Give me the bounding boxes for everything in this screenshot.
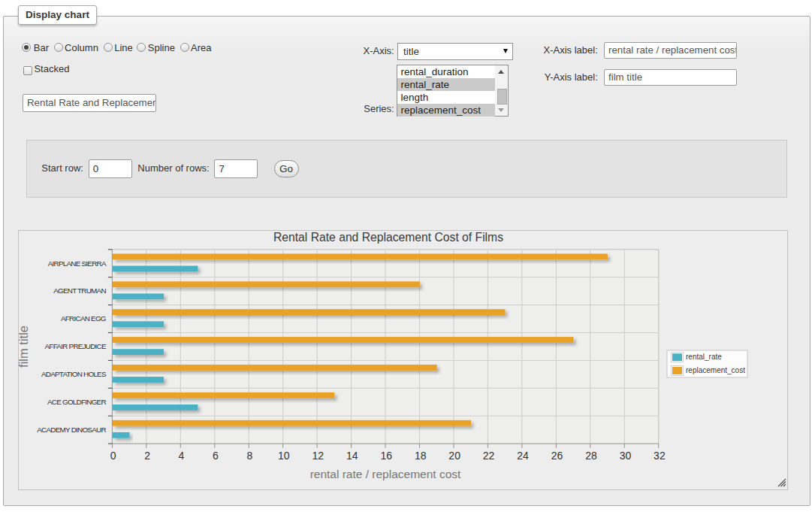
svg-text:AGENT TRUMAN: AGENT TRUMAN bbox=[53, 286, 106, 295]
svg-text:32: 32 bbox=[654, 450, 666, 462]
svg-text:26: 26 bbox=[551, 450, 563, 462]
svg-text:28: 28 bbox=[585, 450, 597, 462]
svg-text:ADAPTATION HOLES: ADAPTATION HOLES bbox=[41, 370, 107, 378]
svg-text:30: 30 bbox=[620, 450, 632, 462]
svg-text:22: 22 bbox=[483, 450, 495, 462]
svg-text:12: 12 bbox=[312, 450, 324, 462]
svg-text:10: 10 bbox=[278, 450, 290, 462]
svg-text:16: 16 bbox=[380, 450, 392, 462]
svg-text:4: 4 bbox=[179, 450, 185, 462]
svg-text:rental_rate: rental_rate bbox=[686, 353, 722, 361]
svg-text:0: 0 bbox=[110, 450, 116, 462]
svg-text:Rental Rate and Replacement Co: Rental Rate and Replacement Cost of Film… bbox=[273, 231, 503, 244]
svg-text:film title: film title bbox=[19, 326, 30, 368]
svg-text:2: 2 bbox=[144, 450, 150, 462]
svg-text:8: 8 bbox=[247, 450, 253, 462]
svg-text:20: 20 bbox=[448, 450, 460, 462]
svg-text:ACADEMY DINOSAUR: ACADEMY DINOSAUR bbox=[37, 426, 106, 434]
svg-text:ACE GOLDFINGER: ACE GOLDFINGER bbox=[47, 398, 106, 406]
svg-text:AFFAIR PREJUDICE: AFFAIR PREJUDICE bbox=[45, 342, 107, 350]
svg-text:rental rate / replacement cost: rental rate / replacement cost bbox=[310, 468, 461, 480]
svg-text:6: 6 bbox=[213, 450, 219, 462]
svg-text:replacement_cost: replacement_cost bbox=[686, 366, 745, 374]
svg-text:18: 18 bbox=[415, 450, 427, 462]
svg-text:AFRICAN EGG: AFRICAN EGG bbox=[61, 314, 106, 323]
svg-text:AIRPLANE SIERRA: AIRPLANE SIERRA bbox=[48, 259, 107, 268]
svg-text:14: 14 bbox=[346, 450, 358, 462]
svg-text:24: 24 bbox=[517, 450, 529, 462]
